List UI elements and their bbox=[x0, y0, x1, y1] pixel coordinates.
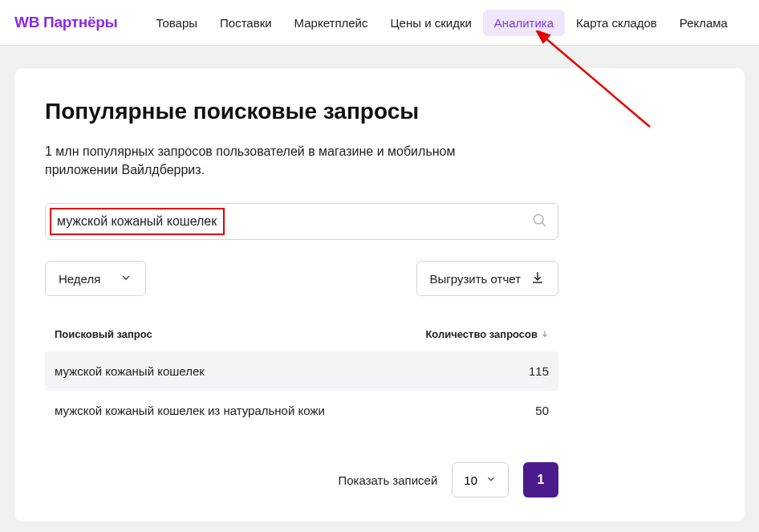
period-select[interactable]: Неделя bbox=[45, 261, 146, 296]
period-label: Неделя bbox=[59, 272, 100, 286]
cell-query: мужской кожаный кошелек из натуральной к… bbox=[55, 404, 404, 417]
results-table: Поисковый запрос Количество запросов муж… bbox=[45, 328, 558, 430]
nav-item-marketplace[interactable]: Маркетплейс bbox=[283, 10, 380, 36]
export-button[interactable]: Выгрузить отчет bbox=[416, 261, 558, 296]
nav-item-prices[interactable]: Цены и скидки bbox=[379, 10, 482, 36]
nav-item-ads[interactable]: Реклама bbox=[668, 10, 739, 36]
nav-item-warehouses[interactable]: Карта складов bbox=[565, 10, 668, 36]
chevron-down-icon bbox=[485, 473, 497, 487]
table-row[interactable]: мужской кожаный кошелек 115 bbox=[45, 351, 558, 391]
page-title: Популярные поисковые запросы bbox=[45, 99, 714, 124]
controls-row: Неделя Выгрузить отчет bbox=[45, 261, 558, 296]
table-body: мужской кожаный кошелек 115 мужской кожа… bbox=[45, 351, 558, 430]
content-panel: Популярные поисковые запросы 1 млн попул… bbox=[14, 68, 745, 522]
svg-point-0 bbox=[534, 215, 543, 225]
page-number-current[interactable]: 1 bbox=[523, 462, 558, 497]
cell-query: мужской кожаный кошелек bbox=[55, 364, 404, 378]
top-nav-bar: WB Партнёры Товары Поставки Маркетплейс … bbox=[0, 0, 759, 46]
cell-count: 115 bbox=[404, 364, 549, 378]
nav-item-analytics[interactable]: Аналитика bbox=[483, 10, 565, 36]
page-description: 1 млн популярных запросов пользователей … bbox=[45, 142, 510, 179]
nav-item-products[interactable]: Товары bbox=[144, 10, 209, 36]
export-label: Выгрузить отчет bbox=[430, 272, 521, 286]
download-icon bbox=[530, 270, 545, 287]
column-header-query[interactable]: Поисковый запрос bbox=[55, 328, 404, 340]
cell-count: 50 bbox=[404, 404, 549, 417]
search-icon[interactable] bbox=[531, 212, 547, 231]
table-header: Поисковый запрос Количество запросов bbox=[45, 328, 558, 351]
page-size-select[interactable]: 10 bbox=[452, 462, 509, 497]
chevron-down-icon bbox=[120, 271, 132, 286]
column-header-count[interactable]: Количество запросов bbox=[404, 328, 549, 340]
sort-down-icon bbox=[541, 328, 549, 340]
svg-line-1 bbox=[542, 223, 546, 226]
page-size-value: 10 bbox=[464, 473, 477, 487]
pagination: Показать записей 10 1 bbox=[45, 462, 558, 497]
logo[interactable]: WB Партнёры bbox=[14, 14, 117, 31]
main-nav: Товары Поставки Маркетплейс Цены и скидк… bbox=[144, 10, 739, 36]
table-row[interactable]: мужской кожаный кошелек из натуральной к… bbox=[45, 391, 558, 430]
nav-item-supplies[interactable]: Поставки bbox=[209, 10, 283, 36]
pager-show-label: Показать записей bbox=[338, 473, 437, 487]
search-wrap bbox=[45, 203, 558, 240]
search-input[interactable] bbox=[45, 203, 558, 240]
